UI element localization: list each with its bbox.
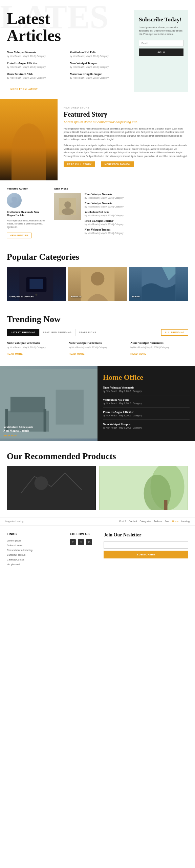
footer-link-3[interactable]: Consectetur adipiscing <box>7 549 63 552</box>
list-item: Nunc Volutpat Neamats by Nick Roach | Ma… <box>85 193 188 199</box>
list-item: Nunc Volutpat Venematis by Nick Roach | … <box>69 341 127 356</box>
newsletter-email-input[interactable] <box>104 541 188 549</box>
facebook-icon[interactable]: f <box>70 539 76 545</box>
svg-rect-7 <box>29 279 43 289</box>
category-fashion[interactable]: Fashion <box>68 267 127 301</box>
author-staff-section: Featured Author Vestibulum Malesuada Non… <box>0 180 195 245</box>
trending-item-meta: by Nick Roach | May 9, 2016 | Category <box>69 346 127 349</box>
author-bio: Proin eget tortor risus, Praesent sapien… <box>7 219 47 229</box>
avatar <box>7 193 22 208</box>
linkedin-icon[interactable]: in <box>86 539 92 545</box>
home-office-item-meta: by Nick Roach | May 9, 2016 | Category <box>103 390 190 392</box>
article-title: Maecenas Fringilla Augue <box>70 72 127 76</box>
staff-item-meta: by Nick Roach | May 9, 2016 | Category <box>85 214 188 217</box>
sidebar-item-categories[interactable]: Categories <box>139 520 151 522</box>
article-meta: by Nick Roach | May 9, 2016 | Category <box>7 77 64 79</box>
staff-item-meta: by Nick Roach | May 9, 2016 | Category <box>85 232 188 234</box>
article-meta: by Nick Roach | May 9, 2016 | Category <box>70 55 127 57</box>
svg-point-19 <box>35 476 48 490</box>
footer-link-5[interactable]: Catalog Cursus <box>7 558 63 561</box>
read-more-link[interactable]: READ MORE <box>7 353 23 355</box>
article-meta: by Nick Roach | May 9, 2016 | Category <box>7 66 64 68</box>
read-more-link[interactable]: READ MORE <box>130 353 146 355</box>
featured-author-panel: Featured Author Vestibulum Malesuada Non… <box>7 187 47 238</box>
featured-story-title: Featured Story <box>64 110 188 118</box>
recommended-section: Our Recommended Products <box>0 445 195 517</box>
featured-story-image <box>0 99 58 180</box>
svg-rect-18 <box>7 466 95 510</box>
article-meta: by Nick Roach | May 9, 2016 | Category <box>7 55 64 57</box>
home-office-content: Home Office Nunc Volutpat Venematis by N… <box>98 366 195 441</box>
staff-item-title: Nunc Volutpat Neamats <box>85 202 188 205</box>
recommended-item-1[interactable] <box>7 466 96 510</box>
sidebar-item-landing[interactable]: Landing <box>181 520 190 522</box>
svg-point-8 <box>35 294 37 296</box>
staff-picks-grid: Nunc Volutpat Neamats by Nick Roach | Ma… <box>54 193 188 237</box>
view-articles-button[interactable]: VIEW ARTICLES <box>7 233 31 238</box>
list-item: Vestibulum Nisl Felis by Nick Roach | Ma… <box>70 51 127 57</box>
sidebar-item-post[interactable]: Post <box>165 520 169 522</box>
trending-grid: Nunc Volutpat Venematis by Nick Roach | … <box>7 341 188 356</box>
newsletter-subscribe-button[interactable]: SUBSCRIBE <box>104 551 188 558</box>
sidebar-item-home[interactable]: Home <box>172 520 178 522</box>
subscribe-email-input[interactable] <box>139 40 183 46</box>
home-office-item-title: Nunc Volutpat Venematis <box>103 386 190 389</box>
list-item: Nunc Volutpat Venematis by Nick Roach | … <box>103 386 190 395</box>
subscribe-join-button[interactable]: JOIN <box>139 48 183 56</box>
latest-left: Latest Articles Nunc Volutpat Neamats by… <box>7 10 134 92</box>
staff-item-meta: by Nick Roach | May 9, 2016 | Category <box>85 197 188 199</box>
tab-latest-trending[interactable]: LATEST TRENDING <box>7 329 39 336</box>
twitter-icon[interactable]: t <box>78 539 84 545</box>
all-trending-button[interactable]: ALL TRENDING <box>161 329 188 336</box>
svg-point-10 <box>91 272 104 285</box>
tab-staff-picks[interactable]: STAFF PICKS <box>75 329 100 336</box>
popular-categories-section: Popular Categories Gadgets & Devices Fas… <box>0 245 195 308</box>
sidebar-item-post2[interactable]: Post 2 <box>119 520 126 522</box>
more-from-fashion-button[interactable]: MORE FROM FASHION <box>101 161 134 167</box>
staff-item-meta: by Nick Roach | May 9, 2016 | Category <box>85 223 188 225</box>
footer-link-2[interactable]: Dolor sit amet <box>7 544 63 547</box>
list-item: Nunc Volutpat Venematis by Nick Roach | … <box>7 341 65 356</box>
footer-follow-col: FOLLOW US f t in <box>70 532 97 568</box>
home-office-title: Home Office <box>103 373 190 382</box>
footer-link-6[interactable]: Vel placerat <box>7 563 63 566</box>
shop-now-button[interactable]: SHOP NOW <box>3 434 17 437</box>
staff-item-meta: by Nick Roach | May 9, 2016 | Category <box>85 205 188 208</box>
staff-item-title: Nunc Volutpat Neamats <box>85 193 188 196</box>
sidebar-item-authors[interactable]: Authors <box>154 520 162 522</box>
more-from-latest-button[interactable]: MORE FROM LATEST <box>7 86 41 92</box>
home-office-item-title: Proin Ex Augue Efficitur <box>103 410 190 414</box>
footer: LINKS Lorem ipsum Dolor sit amet Consect… <box>0 525 195 574</box>
read-more-link[interactable]: READ MORE <box>69 353 85 355</box>
tab-featured-trending[interactable]: FEATURED TRENDING <box>39 329 75 336</box>
articles-col2: Vestibulum Nisl Felis by Nick Roach | Ma… <box>70 51 127 83</box>
category-travel[interactable]: Travel <box>129 267 188 301</box>
category-label-gadgets: Gadgets & Devices <box>9 295 34 298</box>
recommended-item-2[interactable] <box>99 466 188 510</box>
subscribe-title: Subscribe Today! <box>139 16 183 23</box>
read-full-story-button[interactable]: READ FULL STORY <box>64 161 95 167</box>
articles-col1: Nunc Volutpat Neamats by Nick Roach | Ma… <box>7 51 64 83</box>
trending-section: Trending Now LATEST TRENDING FEATURED TR… <box>0 308 195 363</box>
sidebar-item-contact[interactable]: Contact <box>129 520 137 522</box>
staff-picks-image <box>54 193 81 220</box>
author-name: Vestibulum Malesuada Non Magna Lacinia <box>7 211 47 218</box>
trending-item-meta: by Nick Roach | May 9, 2016 | Category <box>7 346 65 349</box>
footer-link-4[interactable]: Curabitur cursus <box>7 553 63 556</box>
article-title: Proin Ex Augue Efficitur <box>7 61 64 65</box>
list-item: Nunc Volutpat Neamats by Nick Roach | Ma… <box>85 202 188 208</box>
home-office-image: Vestibulum Malesuada Non Magna Lacinia S… <box>0 366 98 441</box>
footer-link-1[interactable]: Lorem ipsum <box>7 539 63 542</box>
category-gadgets[interactable]: Gadgets & Devices <box>7 267 66 301</box>
svg-point-0 <box>12 197 17 202</box>
featured-story-section: Featured Story Featured Story Lorem ipsu… <box>0 99 195 180</box>
trending-item-meta: by Nick Roach | May 9, 2016 | Category <box>130 346 188 349</box>
featured-story-text2: Pellentesque in ipsum id orci porta dapi… <box>64 144 188 158</box>
list-item: Donec Sit Amet Nibh by Nick Roach | May … <box>7 72 64 79</box>
article-title: Nam Volutpat Tempus <box>70 61 127 65</box>
svg-rect-16 <box>44 409 46 432</box>
list-item: Nunc Volutpat Neamats by Nick Roach | Ma… <box>7 51 64 57</box>
newsletter-title: Join Our Nesletter <box>104 532 188 538</box>
social-icons: f t in <box>70 539 97 545</box>
list-item: Nam Volutpat Tempus by Nick Roach | May … <box>70 61 127 68</box>
